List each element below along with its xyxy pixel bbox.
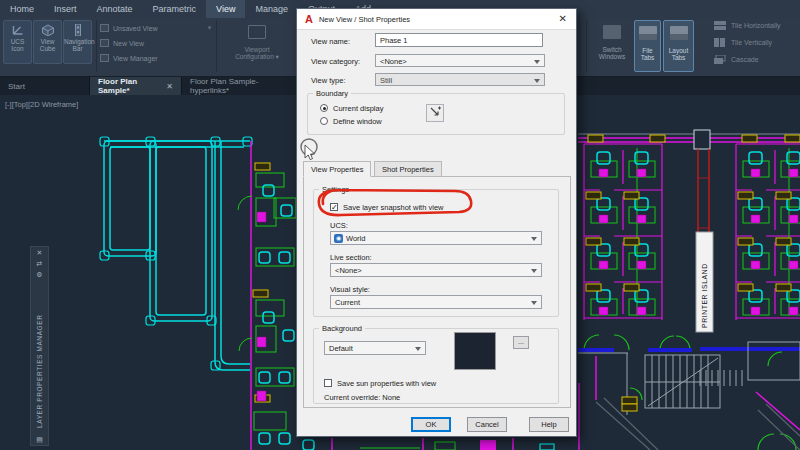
gear-icon[interactable]: ⚙ <box>36 269 42 280</box>
save-sun-label: Save sun properties with view <box>337 379 436 388</box>
cancel-button[interactable]: Cancel <box>467 417 507 432</box>
close-icon[interactable]: ✕ <box>559 13 567 24</box>
autocad-logo-icon: A <box>305 13 313 25</box>
file-tabs-icon <box>639 26 657 40</box>
corridor: PRINTER ISLAND <box>696 149 713 332</box>
background-select[interactable]: Default <box>324 341 426 355</box>
current-override-text: Current override: None <box>324 393 400 402</box>
autohide-icon[interactable]: ⇄ <box>37 258 43 269</box>
unsaved-view-combo[interactable]: Unsaved View <box>113 25 158 32</box>
tab-view[interactable]: View <box>206 0 245 18</box>
tab-insert[interactable]: Insert <box>44 0 87 18</box>
current-display-label: Current display <box>333 104 383 113</box>
viewport-controls[interactable]: [-][Top][2D Wireframe] <box>5 100 78 109</box>
view-type-select[interactable]: Still <box>375 73 545 86</box>
new-view-item[interactable]: New View <box>113 40 144 47</box>
chevron-down-icon <box>531 237 537 241</box>
background-more-button[interactable]: ... <box>513 336 529 349</box>
cubicle-bank-right <box>736 144 800 320</box>
tab-manage[interactable]: Manage <box>245 0 298 18</box>
cascade-item[interactable]: Cascade <box>714 55 759 64</box>
palette-title: LAYER PROPERTIES MANAGER <box>36 286 43 428</box>
ucs-icon-button[interactable]: UCS Icon <box>3 20 32 64</box>
close-tab-icon[interactable]: ✕ <box>166 82 173 91</box>
file-tabs-button[interactable]: File Tabs <box>634 20 661 72</box>
cascade-icon <box>714 55 726 64</box>
dialog-title-bar[interactable]: A New View / Shot Properties ✕ <box>297 9 576 30</box>
unsaved-view-icon <box>100 24 109 32</box>
tile-vertically-icon <box>714 38 726 47</box>
ucs-label: UCS: <box>330 221 348 230</box>
new-view-shot-properties-dialog: A New View / Shot Properties ✕ View name… <box>296 8 577 437</box>
close-icon[interactable]: ✕ <box>37 247 43 258</box>
define-window-pick-button[interactable] <box>426 104 444 122</box>
switch-windows-icon <box>603 25 621 39</box>
view-type-label: View type: <box>311 76 345 85</box>
file-tab-start[interactable]: Start <box>0 77 90 95</box>
chevron-down-icon <box>415 347 421 351</box>
tab-annotate[interactable]: Annotate <box>87 0 143 18</box>
chevron-down-icon <box>531 269 537 273</box>
tab-view-properties[interactable]: View Properties <box>303 161 371 177</box>
viewport-configuration-button[interactable]: Viewport Configuration ▾ <box>228 20 286 72</box>
define-window-label: Define window <box>333 117 382 126</box>
view-category-label: View category: <box>311 57 360 66</box>
ok-button[interactable]: OK <box>411 417 451 432</box>
live-section-select[interactable]: <None> <box>330 263 542 277</box>
view-manager-icon <box>100 54 109 62</box>
save-sun-checkbox[interactable] <box>324 379 332 387</box>
switch-windows-button[interactable]: Switch Windows <box>592 20 632 72</box>
cyan-walls <box>100 137 252 370</box>
save-layer-snapshot-label: Save layer snapshot with view <box>343 203 443 212</box>
below-dialog-fragments <box>303 438 554 450</box>
visual-style-select[interactable]: Current <box>330 295 542 309</box>
tile-vertically-item[interactable]: Tile Vertically <box>714 38 772 47</box>
chevron-down-icon <box>534 60 540 64</box>
ucs-world-icon: ◉ <box>334 234 343 243</box>
tab-shot-properties[interactable]: Shot Properties <box>374 161 442 177</box>
layout-tabs-button[interactable]: Layout Tabs <box>663 20 694 72</box>
new-view-icon <box>100 39 109 47</box>
save-layer-snapshot-checkbox[interactable]: ✓ <box>330 203 338 211</box>
current-display-radio[interactable] <box>320 104 328 112</box>
chevron-down-icon[interactable]: ▾ <box>208 24 212 32</box>
tile-horizontally-icon <box>714 21 726 30</box>
view-cube-button[interactable]: View Cube <box>33 20 62 64</box>
visual-style-label: Visual style: <box>330 285 370 294</box>
layer-properties-manager-palette[interactable]: ✕ ⇄ ⚙ LAYER PROPERTIES MANAGER ▤ <box>30 246 49 446</box>
view-name-input[interactable]: Phase 1 <box>375 33 543 47</box>
layers-icon: ▤ <box>36 434 43 445</box>
left-furniture <box>238 141 296 450</box>
tab-parametric[interactable]: Parametric <box>143 0 207 18</box>
tile-horizontally-item[interactable]: Tile Horizontally <box>714 21 781 30</box>
file-tab-floor-plan-hyperlinks[interactable]: Floor Plan Sample-hyperlinks* <box>182 77 300 95</box>
ucs-select[interactable]: ◉ World <box>330 231 542 245</box>
right-plan-top <box>578 130 800 149</box>
pick-arrow-icon <box>427 105 443 121</box>
dialog-title: New View / Shot Properties <box>319 15 410 24</box>
view-name-label: View name: <box>311 37 350 46</box>
navigation-bar-button[interactable]: Navigation Bar <box>63 20 92 64</box>
tab-home[interactable]: Home <box>0 0 44 18</box>
cubicle-bank-left <box>584 144 662 320</box>
printer-island-label: PRINTER ISLAND <box>701 263 708 328</box>
app-window: PRINTER ISLAND <box>0 0 800 450</box>
define-window-radio[interactable] <box>320 117 328 125</box>
live-section-label: Live section: <box>330 253 372 262</box>
chevron-down-icon <box>534 79 540 83</box>
view-manager-item[interactable]: View Manager <box>113 55 158 62</box>
layout-tabs-icon <box>670 26 688 40</box>
chevron-down-icon <box>531 301 537 305</box>
background-preview-swatch <box>454 332 496 370</box>
stair-area <box>578 335 800 450</box>
settings-group: Settings ✓ Save layer snapshot with view… <box>313 185 559 317</box>
file-tab-floor-plan-sample[interactable]: Floor Plan Sample* ✕ <box>90 77 182 95</box>
help-button[interactable]: Help <box>529 417 569 432</box>
view-category-select[interactable]: <None> <box>375 54 545 67</box>
